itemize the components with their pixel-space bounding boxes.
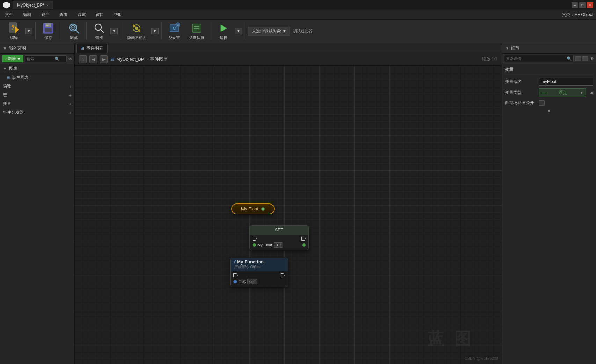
func-exec-out-pin[interactable] xyxy=(281,273,285,277)
graph-section-header[interactable]: ▼ 图表 xyxy=(0,64,74,73)
details-eye-icon[interactable]: 👁 xyxy=(590,56,594,61)
blueprints-collapse-icon[interactable]: ▼ xyxy=(3,46,7,51)
expose-checkbox[interactable] xyxy=(539,100,545,106)
play-dropdown[interactable]: ▼ xyxy=(235,28,242,34)
details-grid-view-button[interactable] xyxy=(575,56,581,61)
variables-add-icon[interactable]: + xyxy=(69,101,72,107)
functions-add-icon[interactable]: + xyxy=(69,84,72,89)
function-icon: f xyxy=(234,259,235,265)
func-exec-row xyxy=(233,273,285,277)
set-exec-out-pin[interactable] xyxy=(301,237,306,241)
breadcrumb-bar: ☆ ◀ ▶ ⊞ MyObject_BP › 事件图表 缩放 1:1 xyxy=(75,53,502,66)
variables-section-header: 变量 xyxy=(505,65,593,74)
expand-more-icon[interactable]: ▼ xyxy=(547,109,551,113)
menu-edit[interactable]: 编辑 xyxy=(21,11,34,18)
minimize-button[interactable]: – xyxy=(572,2,578,8)
breadcrumb-graph[interactable]: 事件图表 xyxy=(150,56,168,62)
back-button[interactable]: ◀ xyxy=(89,55,97,63)
menu-debug[interactable]: 调试 xyxy=(75,11,88,18)
set-exec-in-pin[interactable] xyxy=(253,237,257,241)
debug-filter-button[interactable]: 未选中调试对象 ▼ xyxy=(248,27,291,36)
find-button[interactable]: 查找 xyxy=(89,21,109,42)
close-button[interactable]: × xyxy=(587,2,593,8)
menu-view[interactable]: 查看 xyxy=(57,11,70,18)
hide-dropdown[interactable]: ▼ xyxy=(151,28,159,34)
var-type-settings-icon[interactable]: ◀ xyxy=(590,90,593,95)
set-float-out-pin[interactable] xyxy=(302,243,306,247)
play-button[interactable]: 运行 xyxy=(214,21,233,42)
compile-dropdown[interactable]: ▼ xyxy=(25,28,32,34)
browse-button[interactable]: 浏览 xyxy=(64,21,83,42)
details-list-view-button[interactable] xyxy=(582,56,588,61)
compile-button[interactable]: ? 编译 xyxy=(4,21,24,42)
my-float-node[interactable]: My Float xyxy=(231,203,275,214)
my-function-subtitle: 目标是My Object xyxy=(234,265,284,269)
var-name-input[interactable]: myFloat xyxy=(539,78,593,86)
forward-button[interactable]: ▶ xyxy=(100,55,108,63)
event-dispatchers-section[interactable]: 事件分发器 + xyxy=(0,108,74,117)
svg-rect-6 xyxy=(46,25,48,26)
tab-close-icon[interactable]: × xyxy=(46,3,49,7)
debug-filter-label: 未选中调试对象 xyxy=(252,28,281,34)
menu-file[interactable]: 文件 xyxy=(3,11,15,18)
attribution: CSDN @wb175208 xyxy=(465,356,498,361)
search-bar: + 新增 ▼ 🔍 👁 xyxy=(0,54,74,64)
bookmark-icon[interactable]: ☆ xyxy=(79,55,87,63)
macros-section[interactable]: 宏 + xyxy=(0,91,74,99)
add-button[interactable]: + 新增 ▼ xyxy=(2,55,23,62)
breadcrumb-blueprint[interactable]: MyObject_BP xyxy=(116,57,144,62)
hide-button[interactable]: 隐藏不相关 xyxy=(124,21,150,42)
toolbar-separator-6 xyxy=(211,22,211,40)
event-dispatchers-add-icon[interactable]: + xyxy=(69,110,72,116)
play-label: 运行 xyxy=(220,35,227,40)
my-function-body: 目标 self xyxy=(231,271,288,287)
details-title: 细节 xyxy=(511,45,519,51)
my-function-title: My Function xyxy=(237,259,264,265)
my-function-header: f My Function 目标是My Object xyxy=(231,258,288,271)
set-myfloat-row: My Float 0.0 xyxy=(253,242,306,248)
functions-section[interactable]: 函数 + xyxy=(0,82,74,91)
search-input-wrap: 🔍 xyxy=(25,55,67,62)
var-name-label: 变量命名 xyxy=(505,79,536,85)
main-tab[interactable]: MyObject_BP* × xyxy=(13,1,53,9)
set-node-header: SET xyxy=(250,226,308,235)
maximize-button[interactable]: □ xyxy=(579,2,586,8)
details-collapse-icon[interactable]: ▼ xyxy=(506,46,509,50)
blueprint-canvas[interactable]: My Float SET xyxy=(75,66,502,364)
event-graph-tab[interactable]: ⊞ 事件图表 xyxy=(76,44,108,53)
breadcrumb-separator: › xyxy=(146,57,147,62)
view-options-icon[interactable]: 👁 xyxy=(68,57,72,61)
ue-logo xyxy=(3,2,10,9)
search-input[interactable] xyxy=(27,57,54,61)
toolbar-separator-4 xyxy=(121,22,121,40)
save-button[interactable]: 保存 xyxy=(38,21,58,42)
menu-assets[interactable]: 资产 xyxy=(39,11,52,18)
my-float-output-pin[interactable] xyxy=(261,207,265,211)
my-float-node-body: My Float xyxy=(232,204,274,214)
menu-window[interactable]: 窗口 xyxy=(94,11,106,18)
find-dropdown[interactable]: ▼ xyxy=(110,28,118,34)
macros-label: 宏 xyxy=(3,92,7,98)
func-exec-in-pin[interactable] xyxy=(233,273,238,277)
func-target-pin[interactable] xyxy=(233,280,237,283)
set-float-in-pin[interactable] xyxy=(253,243,256,247)
my-blueprints-label: 我的蓝图 xyxy=(9,45,26,51)
find-label: 查找 xyxy=(95,35,103,40)
variables-section-left[interactable]: 变量 + xyxy=(0,99,74,108)
event-graph-item[interactable]: ⊞ 事件图表 xyxy=(0,73,74,82)
class-settings-button[interactable]: C ⚙ 类设置 xyxy=(165,21,184,42)
details-header: ▼ 细节 xyxy=(502,43,596,54)
var-type-dropdown[interactable]: — 浮点 ▼ xyxy=(539,88,586,97)
graph-label: 图表 xyxy=(9,66,17,72)
details-search-input[interactable] xyxy=(506,57,567,61)
my-function-node[interactable]: f My Function 目标是My Object xyxy=(230,258,288,287)
parent-class-label: 父类：My Object xyxy=(562,12,593,18)
variables-label: 变量 xyxy=(3,101,11,107)
macros-add-icon[interactable]: + xyxy=(69,92,72,98)
func-target-value[interactable]: self xyxy=(247,279,257,284)
set-node[interactable]: SET My Float 0.0 xyxy=(249,225,309,250)
class-defaults-button[interactable]: 类默认值 xyxy=(186,21,208,42)
menu-help[interactable]: 帮助 xyxy=(112,11,124,18)
set-float-value[interactable]: 0.0 xyxy=(274,242,283,248)
browse-label: 浏览 xyxy=(70,35,78,40)
